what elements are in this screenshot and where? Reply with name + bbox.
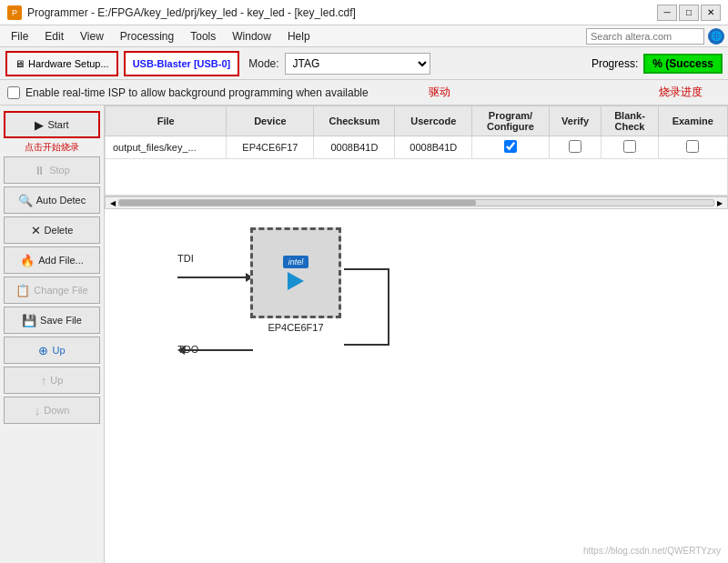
- corner-connector: [344, 268, 389, 346]
- minimize-button[interactable]: ─: [657, 5, 677, 21]
- down-icon: ↓: [35, 404, 41, 417]
- menu-bar: File Edit View Processing Tools Window H…: [0, 25, 728, 47]
- content-area: File Device Checksum Usercode Program/Co…: [105, 106, 728, 563]
- menu-window[interactable]: Window: [225, 28, 278, 45]
- cell-program[interactable]: [472, 136, 550, 159]
- toolbar: 🖥 Hardware Setup... USB-Blaster [USB-0] …: [0, 47, 728, 80]
- stop-label: Stop: [49, 165, 70, 176]
- col-device: Device: [227, 106, 314, 136]
- window-title: Programmer - E:/FPGA/key_led/prj/key_led…: [27, 6, 652, 19]
- add-file-icon: 🔥: [20, 254, 35, 267]
- tdi-label: TDI: [177, 253, 194, 264]
- down-label: Down: [44, 405, 69, 416]
- isp-bar: Enable real-time ISP to allow background…: [0, 80, 728, 106]
- app-icon: P: [7, 5, 22, 20]
- chip-diagram-area: TDI intel EP4CE6F17 TDO: [105, 209, 728, 563]
- tdi-line: [177, 276, 246, 278]
- progress-value: % (Success: [643, 54, 723, 74]
- start-label: Start: [47, 119, 68, 130]
- add-device-button[interactable]: ⊕ Up: [4, 337, 100, 364]
- empty-row: [106, 159, 728, 196]
- col-blank-check: Blank-Check: [602, 106, 658, 136]
- table-row: output_files/key_... EP4CE6F17 0008B41D …: [106, 136, 728, 159]
- globe-icon: 🌐: [708, 28, 724, 45]
- file-table: File Device Checksum Usercode Program/Co…: [105, 106, 728, 196]
- scrollbar-track[interactable]: [118, 199, 714, 206]
- scroll-left-arrow[interactable]: ◀: [107, 197, 118, 208]
- tdo-arrow: [177, 346, 253, 355]
- menu-processing[interactable]: Processing: [113, 28, 181, 45]
- search-area: 🌐: [586, 28, 724, 45]
- down-button[interactable]: ↓ Down: [4, 397, 100, 424]
- chip-name: EP4CE6F17: [250, 322, 341, 333]
- menu-help[interactable]: Help: [280, 28, 318, 45]
- up-button[interactable]: ↑ Up: [4, 367, 100, 394]
- file-table-area: File Device Checksum Usercode Program/Co…: [105, 106, 728, 196]
- horizontal-scrollbar[interactable]: ◀ ▶: [105, 196, 728, 209]
- start-button[interactable]: ▶ Start: [4, 111, 100, 138]
- title-bar: P Programmer - E:/FPGA/key_led/prj/key_l…: [0, 0, 728, 25]
- chip-body-container: intel EP4CE6F17: [250, 227, 341, 333]
- blank-check-checkbox[interactable]: [623, 140, 636, 153]
- cell-checksum: 0008B41D: [314, 136, 395, 159]
- stop-button[interactable]: ⏸ Stop: [4, 156, 100, 184]
- mode-label: Mode:: [248, 57, 278, 70]
- delete-label: Delete: [45, 225, 74, 236]
- add-file-button[interactable]: 🔥 Add File...: [4, 246, 100, 274]
- col-verify: Verify: [549, 106, 602, 136]
- scroll-right-arrow[interactable]: ▶: [714, 197, 725, 208]
- cell-device: EP4CE6F17: [227, 136, 314, 159]
- sidebar: ▶ Start 点击开始烧录 ⏸ Stop 🔍 Auto Detec ✕ Del…: [0, 106, 105, 563]
- add-file-label: Add File...: [38, 255, 84, 266]
- window-controls: ─ □ ✕: [657, 5, 721, 21]
- menu-tools[interactable]: Tools: [183, 28, 223, 45]
- intel-badge: intel: [283, 256, 309, 268]
- auto-detect-icon: 🔍: [18, 194, 33, 207]
- mode-dropdown[interactable]: JTAG Active Serial Programming Passive S…: [285, 53, 430, 75]
- up-label: Up: [50, 375, 63, 386]
- cell-verify[interactable]: [549, 136, 602, 159]
- auto-detect-button[interactable]: 🔍 Auto Detec: [4, 186, 100, 214]
- tdi-arrow: [177, 273, 253, 282]
- save-file-label: Save File: [40, 315, 82, 326]
- play-icon: [288, 272, 304, 290]
- save-file-button[interactable]: 💾 Save File: [4, 307, 100, 334]
- chip-body: intel: [250, 227, 341, 318]
- isp-checkbox[interactable]: [7, 86, 20, 99]
- col-program: Program/Configure: [472, 106, 550, 136]
- menu-view[interactable]: View: [73, 28, 111, 45]
- col-file: File: [106, 106, 227, 136]
- save-file-icon: 💾: [22, 314, 36, 327]
- menu-edit[interactable]: Edit: [37, 28, 71, 45]
- tdo-arrowhead: [177, 346, 185, 355]
- col-checksum: Checksum: [314, 106, 395, 136]
- menu-file[interactable]: File: [4, 28, 35, 45]
- watermark: https://blog.csdn.net/QWERTYzxy: [583, 546, 721, 556]
- start-note: 点击开始烧录: [4, 141, 100, 154]
- close-button[interactable]: ✕: [701, 5, 721, 21]
- cell-usercode: 0008B41D: [395, 136, 472, 159]
- auto-detect-label: Auto Detec: [36, 195, 86, 206]
- cell-file: output_files/key_...: [106, 136, 227, 159]
- search-input[interactable]: [586, 28, 704, 45]
- tdo-line: [185, 349, 253, 351]
- usb-blaster-button[interactable]: USB-Blaster [USB-0]: [124, 51, 240, 76]
- progress-label-cn: 烧录进度: [659, 85, 703, 100]
- change-file-icon: 📋: [15, 284, 30, 297]
- cell-blank-check[interactable]: [602, 136, 658, 159]
- delete-icon: ✕: [31, 224, 41, 237]
- delete-button[interactable]: ✕ Delete: [4, 216, 100, 244]
- start-icon: ▶: [35, 118, 44, 132]
- hw-icon: 🖥: [15, 58, 25, 69]
- drive-label: 驱动: [429, 85, 450, 100]
- hardware-setup-button[interactable]: 🖥 Hardware Setup...: [5, 51, 118, 76]
- change-file-button[interactable]: 📋 Change File: [4, 276, 100, 304]
- program-checkbox[interactable]: [504, 140, 517, 153]
- examine-checkbox[interactable]: [686, 140, 699, 153]
- cell-examine[interactable]: [658, 136, 727, 159]
- add-device-icon: ⊕: [38, 344, 48, 357]
- maximize-button[interactable]: □: [679, 5, 699, 21]
- progress-label: Progress:: [592, 57, 638, 70]
- verify-checkbox[interactable]: [569, 140, 581, 153]
- col-examine: Examine: [658, 106, 727, 136]
